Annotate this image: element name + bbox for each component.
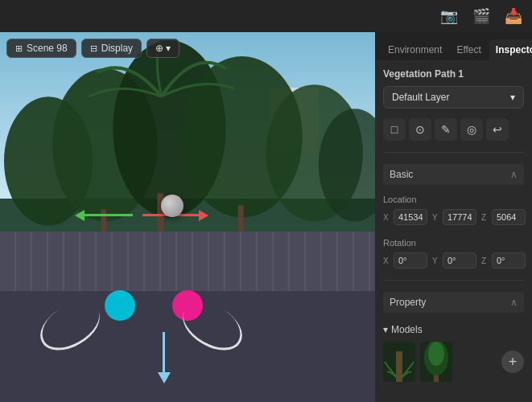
video-icon[interactable]: 🎬 [472, 7, 490, 25]
tool-reset[interactable]: ↩ [486, 118, 509, 141]
property-section-header[interactable]: Property ∧ [383, 292, 524, 313]
rotation-x-input[interactable] [394, 252, 427, 269]
palm-trunk [396, 351, 402, 382]
rz-axis-label: Z [481, 256, 489, 265]
y-axis-label: Y [432, 213, 440, 222]
main-area: ⊞ Scene 98 ⊟ Display ⊕ ▾ [0, 32, 532, 402]
rotation-z-input[interactable] [492, 252, 526, 269]
rotation-x: X [383, 252, 427, 269]
wall [0, 232, 375, 298]
tool-circle[interactable]: ◎ [460, 118, 483, 141]
models-grid: + [383, 342, 524, 382]
models-label: Models [391, 324, 423, 335]
property-chevron: ∧ [510, 297, 518, 308]
divider-2 [383, 280, 524, 281]
tab-environment[interactable]: Environment [381, 39, 448, 60]
tab-effect[interactable]: Effect [450, 39, 487, 60]
location-z-input[interactable] [492, 209, 526, 225]
rx-axis-label: X [383, 256, 391, 265]
z-axis-label: Z [481, 213, 489, 222]
scene-label: Scene 98 [27, 43, 68, 54]
location-y-input[interactable] [443, 209, 476, 225]
rotation-field: Rotation X Y Z [383, 235, 524, 272]
location-coords: X Y Z [383, 209, 524, 225]
tool-pen[interactable]: ✎ [435, 118, 457, 141]
scene-background: ⊞ Scene 98 ⊟ Display ⊕ ▾ [0, 32, 375, 402]
svg-point-11 [428, 342, 444, 366]
location-y: Y [432, 209, 476, 225]
object-name: Vegetation Path 1 [383, 68, 524, 80]
display-icon: ⊟ [90, 43, 97, 54]
rotation-coords: X Y Z [383, 252, 524, 269]
transform-button[interactable]: ⊕ ▾ [146, 39, 179, 58]
rotation-label: Rotation [383, 238, 524, 248]
panel-content: Vegetation Path 1 Default Layer ▾ □ ⊙ ✎ … [375, 60, 532, 395]
viewport[interactable]: ⊞ Scene 98 ⊟ Display ⊕ ▾ [0, 32, 375, 402]
basic-section-header[interactable]: Basic ∧ [383, 164, 524, 185]
right-panel: Environment Effect Inspector ✦ Vegetatio… [375, 32, 532, 402]
arrow-left-gizmo [75, 210, 133, 221]
camera-icon[interactable]: 📷 [440, 7, 458, 25]
viewport-topbar: ⊞ Scene 98 ⊟ Display ⊕ ▾ [6, 39, 179, 58]
location-label: Location [383, 195, 524, 204]
rotation-y: Y [432, 252, 476, 269]
basic-label: Basic [390, 169, 413, 180]
icon-toolbar: □ ⊙ ✎ ◎ ↩ [383, 115, 524, 144]
download-icon[interactable]: 📥 [505, 7, 522, 25]
property-label: Property [390, 297, 426, 308]
model-thumb-2[interactable] [420, 342, 452, 382]
add-model-button[interactable]: + [501, 351, 524, 373]
ry-axis-label: Y [432, 256, 440, 265]
building [270, 88, 319, 152]
tree-svg-thumb [420, 342, 452, 382]
location-z: Z [481, 209, 526, 225]
location-x-input[interactable] [394, 209, 427, 225]
transform-icon: ⊕ ▾ [155, 43, 171, 54]
tool-rect[interactable]: □ [383, 118, 406, 141]
models-arrow: ▾ [383, 324, 388, 335]
layer-dropdown[interactable]: Default Layer ▾ [383, 86, 524, 109]
layer-chevron: ▾ [510, 92, 515, 103]
x-axis-label: X [383, 213, 391, 222]
top-toolbar: 📷 🎬 📥 [0, 0, 532, 32]
location-x: X [383, 209, 427, 225]
models-section: ▾ Models [383, 319, 524, 387]
model-thumb-1[interactable] [383, 342, 415, 382]
basic-chevron: ∧ [510, 169, 518, 180]
rotation-y-input[interactable] [443, 252, 476, 269]
layer-label: Default Layer [392, 92, 449, 103]
divider-1 [383, 152, 524, 153]
add-icon: + [509, 354, 518, 371]
arrow-down-gizmo [158, 332, 171, 384]
display-label: Display [101, 43, 133, 54]
tool-camera[interactable]: ⊙ [409, 118, 431, 141]
rotation-z: Z [481, 252, 526, 269]
tab-inspector[interactable]: Inspector [489, 39, 532, 60]
panel-tabs: Environment Effect Inspector ✦ [375, 32, 532, 60]
location-field: Location X Y Z [383, 191, 524, 228]
models-header[interactable]: ▾ Models [383, 324, 524, 335]
display-button[interactable]: ⊟ Display [81, 39, 142, 58]
scene-button[interactable]: ⊞ Scene 98 [6, 39, 76, 58]
scene-icon: ⊞ [15, 43, 23, 54]
